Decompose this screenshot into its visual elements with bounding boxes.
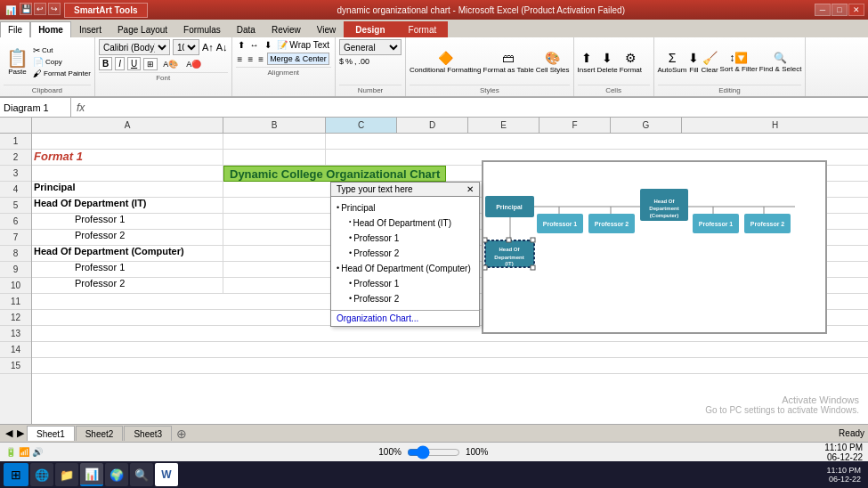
decrease-font-btn[interactable]: A↓ <box>216 42 228 53</box>
borders-btn[interactable]: ⊞ <box>143 58 158 70</box>
align-right-btn[interactable]: ≡ <box>256 53 265 65</box>
smartart-diagram[interactable]: Principal Professor 1 Professor 2 Head O… <box>482 160 827 334</box>
align-bottom-btn[interactable]: ⬇ <box>263 39 273 51</box>
col-header-a[interactable]: A <box>32 118 223 133</box>
excel-icon[interactable]: 📊 <box>4 3 18 17</box>
align-center-btn[interactable]: ≡ <box>246 53 255 65</box>
increase-font-btn[interactable]: A↑ <box>202 42 214 53</box>
close-btn[interactable]: ✕ <box>848 4 864 16</box>
tab-data[interactable]: Data <box>229 21 264 37</box>
align-left-btn[interactable]: ≡ <box>236 53 245 65</box>
align-top-btn[interactable]: ⬆ <box>236 39 247 51</box>
tab-design[interactable]: Design <box>344 21 396 37</box>
tab-page-layout[interactable]: Page Layout <box>110 21 175 37</box>
taskbar-search[interactable]: 🔍 <box>130 463 153 486</box>
item-prof2[interactable]: Professor 2 <box>353 246 399 261</box>
font-color-btn[interactable]: A🔴 <box>183 59 204 69</box>
tab-view[interactable]: View <box>309 21 345 37</box>
underline-btn[interactable]: U <box>127 57 141 70</box>
cell-b1[interactable] <box>223 134 326 150</box>
text-pane-close-btn[interactable]: ✕ <box>466 184 474 194</box>
tab-insert[interactable]: Insert <box>71 21 110 37</box>
cut-btn[interactable]: ✂ Cut <box>33 45 91 55</box>
item-prof3[interactable]: Professor 1 <box>353 276 399 291</box>
taskbar-browser[interactable]: 🌐 <box>30 463 53 486</box>
conditional-formatting-btn[interactable]: 🔶 Conditional Formatting <box>410 51 481 74</box>
cell-a4[interactable]: Principal <box>32 182 223 198</box>
delete-btn[interactable]: ⬇ Delete <box>597 51 618 74</box>
autosum-btn[interactable]: Σ AutoSum <box>658 51 687 74</box>
fill-color-btn[interactable]: A🎨 <box>160 59 181 69</box>
comma-btn[interactable]: % <box>345 57 353 66</box>
tab-review[interactable]: Review <box>264 21 309 37</box>
maximize-btn[interactable]: □ <box>831 4 848 16</box>
cell-a1[interactable] <box>32 134 223 150</box>
percent-btn[interactable]: $ <box>339 57 344 66</box>
tab-formulas[interactable]: Formulas <box>175 21 229 37</box>
item-hodcomp[interactable]: Head Of Department (Computer) <box>341 261 471 276</box>
col-header-d[interactable]: D <box>397 118 468 133</box>
col-header-f[interactable]: F <box>539 118 611 133</box>
sheet-tab-sheet3[interactable]: Sheet3 <box>124 426 172 441</box>
start-btn[interactable]: ⊞ <box>4 463 28 486</box>
font-size-select[interactable]: 10 <box>173 39 199 55</box>
insert-btn[interactable]: ⬆ Insert <box>578 51 596 74</box>
find-select-btn[interactable]: 🔍 Find & Select <box>759 52 802 73</box>
zoom-slider[interactable] <box>407 449 460 456</box>
font-family-select[interactable]: Calibri (Body) <box>99 39 170 55</box>
cell-b2[interactable] <box>223 150 326 166</box>
save-btn[interactable]: 💾 <box>20 3 32 15</box>
tab-format[interactable]: Format <box>397 21 449 37</box>
col-header-e[interactable]: E <box>468 118 539 133</box>
col-header-h[interactable]: H <box>682 118 868 133</box>
cell-a3[interactable] <box>32 166 223 182</box>
merge-center-btn[interactable]: Merge & Center <box>267 53 329 65</box>
sort-filter-btn[interactable]: ↕🔽 Sort & Filter <box>720 52 758 73</box>
number-format-select[interactable]: General <box>339 39 402 55</box>
tab-home[interactable]: Home <box>30 21 71 37</box>
sheet-tab-sheet1[interactable]: Sheet1 <box>27 426 75 441</box>
cell-styles-btn[interactable]: 🎨 Cell Styles <box>536 51 570 74</box>
sheet-tab-sheet2[interactable]: Sheet2 <box>76 426 124 441</box>
clear-btn[interactable]: 🧹 Clear <box>701 51 718 74</box>
undo-btn[interactable]: ↩ <box>34 3 46 15</box>
col-header-c[interactable]: C <box>326 118 397 133</box>
taskbar-world[interactable]: 🌍 <box>105 463 128 486</box>
item-principal[interactable]: Principal <box>341 200 375 216</box>
taskbar-word[interactable]: W <box>155 463 178 486</box>
tab-file[interactable]: File <box>0 21 30 37</box>
decrease-decimal-btn[interactable]: .00 <box>359 57 370 66</box>
cell-a2[interactable]: Format 1 <box>32 150 223 166</box>
cell-a5[interactable]: Head Of Department (IT) <box>32 198 223 214</box>
sheet-nav-left[interactable]: ◀ <box>4 427 14 439</box>
cell-a8[interactable]: Head Of Department (Computer) <box>32 246 223 262</box>
cell-a10[interactable]: Professor 2 <box>32 278 223 294</box>
increase-decimal-btn[interactable]: , <box>354 57 357 66</box>
paste-btn[interactable]: 📋 Paste <box>4 48 31 77</box>
org-chart-link[interactable]: Organization Chart... <box>331 310 479 326</box>
item-prof4[interactable]: Professor 2 <box>353 291 399 306</box>
minimize-btn[interactable]: ─ <box>815 4 831 16</box>
item-hodit[interactable]: Head Of Department (IT) <box>353 216 451 231</box>
item-prof1[interactable]: Professor 1 <box>353 231 399 246</box>
cell-a6[interactable]: Professor 1 <box>32 214 223 230</box>
taskbar-excel[interactable]: 📊 <box>80 463 103 486</box>
redo-btn[interactable]: ↪ <box>48 3 61 15</box>
fill-btn[interactable]: ⬇ Fill <box>688 51 699 74</box>
taskbar-files[interactable]: 📁 <box>55 463 78 486</box>
col-header-g[interactable]: G <box>611 118 682 133</box>
cell-a9[interactable]: Professor 1 <box>32 262 223 278</box>
insert-sheet-btn[interactable]: ⊕ <box>173 427 191 441</box>
align-middle-btn[interactable]: ↔ <box>248 39 261 51</box>
wrap-text-btn[interactable]: 📝 Wrap Text <box>275 39 331 51</box>
cell-a7[interactable]: Professor 2 <box>32 230 223 246</box>
italic-btn[interactable]: I <box>115 57 125 70</box>
chart-title-cell[interactable]: Dynamic College Organizational Chart <box>223 166 446 182</box>
sheet-nav-right[interactable]: ▶ <box>15 427 26 439</box>
format-table-btn[interactable]: 🗃 Format as Table <box>483 51 534 74</box>
copy-btn[interactable]: 📄 Copy <box>33 57 91 67</box>
format-btn[interactable]: ⚙ Format <box>620 51 642 74</box>
col-header-b[interactable]: B <box>223 118 326 133</box>
bold-btn[interactable]: B <box>99 57 112 70</box>
format-painter-btn[interactable]: 🖌 Format Painter <box>33 69 91 78</box>
